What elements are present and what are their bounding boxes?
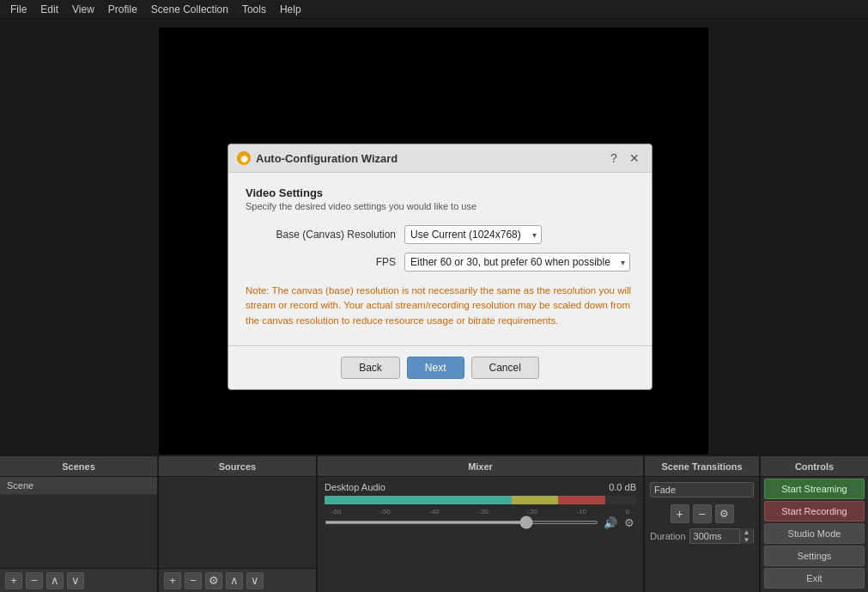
vol-red: [558, 496, 604, 504]
tick-5: -10: [576, 508, 586, 516]
scenes-header: Scenes: [0, 456, 157, 477]
resolution-control: Use Current (1024x768) 1920x1080 1280x72…: [404, 225, 542, 244]
mute-button[interactable]: 🔊: [604, 516, 617, 529]
vol-yellow: [512, 496, 558, 504]
dialog-help-button[interactable]: ?: [605, 150, 622, 167]
menu-scene-collection[interactable]: Scene Collection: [144, 2, 235, 17]
volume-slider-row: 🔊 ⚙: [325, 516, 636, 529]
scenes-body: Scene: [0, 477, 157, 568]
scene-move-up-button[interactable]: ∧: [46, 572, 64, 589]
duration-up-button[interactable]: ▲: [740, 528, 753, 536]
source-remove-button[interactable]: −: [185, 572, 202, 589]
preview-area: ◉ Auto-Configuration Wizard ? ✕ Video Se…: [0, 19, 868, 455]
duration-label: Duration: [650, 531, 686, 541]
resolution-select-wrapper: Use Current (1024x768) 1920x1080 1280x72…: [404, 225, 542, 244]
volume-bar: [325, 496, 636, 504]
start-streaming-button[interactable]: Start Streaming: [764, 479, 865, 499]
controls-body: Start Streaming Start Recording Studio M…: [761, 477, 868, 592]
fps-select[interactable]: Either 60 or 30, but prefer 60 when poss…: [404, 253, 630, 272]
exit-button[interactable]: Exit: [764, 568, 865, 589]
transition-select-wrapper: Fade Cut Swipe Slide: [645, 477, 759, 501]
duration-input-wrapper: ▲ ▼: [689, 528, 754, 544]
volume-slider[interactable]: [325, 521, 598, 524]
tick-2: -40: [429, 508, 440, 516]
channel-header: Desktop Audio 0.0 dB: [325, 482, 636, 492]
transition-add-button[interactable]: +: [671, 504, 689, 523]
dialog-titlebar: ◉ Auto-Configuration Wizard ? ✕: [228, 144, 652, 173]
transitions-header: Scene Transitions: [645, 456, 759, 477]
menu-file[interactable]: File: [3, 2, 33, 17]
transition-type-select[interactable]: Fade Cut Swipe Slide: [650, 482, 754, 497]
scenes-panel: Scenes Scene + − ∧ ∨: [0, 456, 159, 592]
dialog-body: Video Settings Specify the desired video…: [228, 173, 652, 345]
mixer-panel: Mixer Desktop Audio 0.0 dB: [318, 456, 645, 592]
scene-add-button[interactable]: +: [5, 572, 22, 589]
resolution-row: Base (Canvas) Resolution Use Current (10…: [246, 225, 634, 244]
vol-green: [325, 496, 512, 504]
menu-help[interactable]: Help: [273, 2, 308, 17]
dialog-title-buttons: ? ✕: [605, 150, 643, 167]
source-move-up-button[interactable]: ∧: [226, 572, 243, 589]
section-subtitle: Specify the desired video settings you w…: [246, 201, 634, 211]
sources-toolbar: + − ⚙ ∧ ∨: [159, 568, 316, 592]
volume-bar-bg: [325, 496, 636, 504]
menu-tools[interactable]: Tools: [235, 2, 273, 17]
source-add-button[interactable]: +: [164, 572, 181, 589]
controls-panel: Controls Start Streaming Start Recording…: [761, 456, 868, 592]
back-button[interactable]: Back: [341, 357, 400, 379]
tick-6: 0: [625, 508, 628, 516]
dialog-title-left: ◉ Auto-Configuration Wizard: [237, 151, 398, 165]
transition-settings-button[interactable]: ⚙: [715, 504, 734, 523]
fps-control: Either 60 or 30, but prefer 60 when poss…: [404, 253, 630, 272]
section-title: Video Settings: [246, 186, 634, 199]
menu-edit[interactable]: Edit: [33, 2, 65, 17]
source-settings-button[interactable]: ⚙: [205, 572, 222, 589]
mixer-header: Mixer: [318, 456, 643, 477]
resolution-select[interactable]: Use Current (1024x768) 1920x1080 1280x72…: [404, 225, 542, 244]
cancel-button[interactable]: Cancel: [471, 357, 539, 379]
tick-1: -50: [380, 508, 391, 516]
dialog-close-button[interactable]: ✕: [626, 150, 643, 167]
menu-view[interactable]: View: [65, 2, 101, 17]
source-move-down-button[interactable]: ∨: [246, 572, 264, 589]
next-button[interactable]: Next: [407, 357, 464, 379]
fps-label: FPS: [246, 256, 404, 268]
bottom-panels: Scenes Scene + − ∧ ∨ Sources + − ⚙ ∧ ∨: [0, 455, 868, 592]
menubar: File Edit View Profile Scene Collection …: [0, 0, 868, 19]
menu-profile[interactable]: Profile: [101, 2, 144, 17]
dialog-footer: Back Next Cancel: [228, 345, 652, 389]
duration-spin: ▲ ▼: [739, 528, 753, 544]
dialog-title-text: Auto-Configuration Wizard: [256, 152, 398, 165]
transition-controls: + − ⚙: [645, 501, 759, 527]
duration-row: Duration ▲ ▼: [645, 527, 759, 546]
transitions-panel: Scene Transitions Fade Cut Swipe Slide +…: [645, 456, 761, 592]
tick-3: -30: [478, 508, 489, 516]
sources-header: Sources: [159, 456, 316, 477]
studio-mode-button[interactable]: Studio Mode: [764, 523, 865, 544]
duration-down-button[interactable]: ▼: [740, 536, 753, 544]
tick-row: -60 -50 -40 -30 -20 -10 0: [325, 508, 636, 516]
scenes-toolbar: + − ∧ ∨: [0, 568, 157, 592]
scene-item[interactable]: Scene: [0, 477, 157, 495]
vol-dark: [605, 496, 636, 504]
start-recording-button[interactable]: Start Recording: [764, 501, 865, 522]
main-container: ◉ Auto-Configuration Wizard ? ✕ Video Se…: [0, 19, 868, 592]
mixer-body: Desktop Audio 0.0 dB -60 -50: [318, 477, 643, 592]
sources-panel: Sources + − ⚙ ∧ ∨: [159, 456, 318, 592]
auto-config-dialog: ◉ Auto-Configuration Wizard ? ✕ Video Se…: [228, 143, 653, 390]
scene-move-down-button[interactable]: ∨: [67, 572, 84, 589]
channel-db: 0.0 dB: [609, 482, 636, 492]
desktop-audio-channel: Desktop Audio 0.0 dB -60 -50: [318, 477, 643, 534]
controls-header: Controls: [761, 456, 868, 477]
transition-remove-button[interactable]: −: [693, 504, 712, 523]
sources-body: [159, 477, 316, 568]
settings-button[interactable]: Settings: [764, 546, 865, 566]
dialog-icon: ◉: [237, 151, 251, 165]
fps-row: FPS Either 60 or 30, but prefer 60 when …: [246, 253, 634, 272]
channel-name: Desktop Audio: [325, 482, 385, 492]
fps-select-wrapper: Either 60 or 30, but prefer 60 when poss…: [404, 253, 630, 272]
scene-remove-button[interactable]: −: [26, 572, 43, 589]
tick-0: -60: [331, 508, 342, 516]
resolution-label: Base (Canvas) Resolution: [246, 229, 404, 241]
mixer-settings-button[interactable]: ⚙: [622, 516, 636, 529]
